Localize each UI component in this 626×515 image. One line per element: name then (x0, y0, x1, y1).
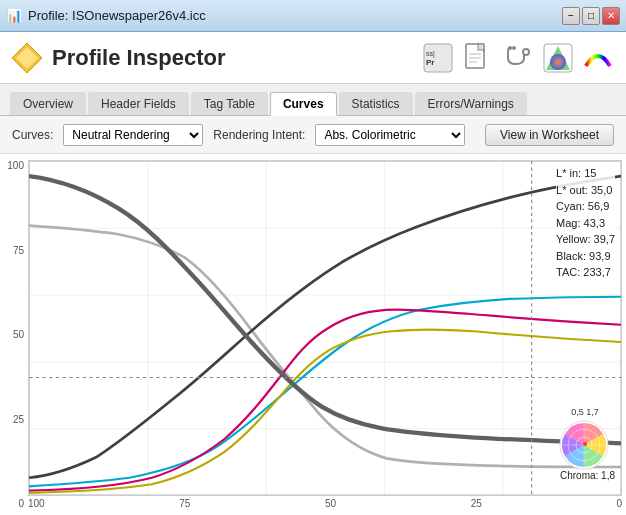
color-icon[interactable] (542, 42, 574, 74)
tab-tag-table[interactable]: Tag Table (191, 92, 268, 115)
x-label-100: 100 (28, 498, 45, 509)
svg-rect-16 (29, 161, 621, 495)
info-mag: Mag: 43,3 (556, 215, 615, 232)
info-tac: TAC: 233,7 (556, 264, 615, 281)
info-cyan: Cyan: 56,9 (556, 198, 615, 215)
y-axis: 100 75 50 25 0 (0, 160, 28, 509)
y-label-0: 0 (18, 498, 24, 509)
chart-wrapper: L* in: 15 L* out: 35,0 Cyan: 56,9 Mag: 4… (28, 160, 622, 509)
gamut-display: 0,5 1,7 (555, 407, 615, 467)
x-label-25: 25 (471, 498, 482, 509)
curves-label: Curves: (12, 128, 53, 142)
svg-text:Pr: Pr (426, 58, 434, 67)
maximize-button[interactable]: □ (582, 7, 600, 25)
svg-rect-6 (478, 44, 484, 50)
minimize-button[interactable]: − (562, 7, 580, 25)
svg-point-11 (508, 46, 512, 50)
app-logo-icon (12, 43, 42, 73)
stethoscope-icon[interactable] (502, 42, 534, 74)
svg-point-15 (550, 54, 566, 70)
intent-dropdown[interactable]: Abs. Colorimetric Rel. Colorimetric Perc… (315, 124, 465, 146)
tab-header-fields[interactable]: Header Fields (88, 92, 189, 115)
controls-bar: Curves: Neutral Rendering Perceptual Sat… (0, 116, 626, 154)
tab-overview[interactable]: Overview (10, 92, 86, 115)
chart-info: L* in: 15 L* out: 35,0 Cyan: 56,9 Mag: 4… (556, 165, 615, 281)
gamut-label: 0,5 1,7 (555, 407, 615, 417)
close-button[interactable]: ✕ (602, 7, 620, 25)
intent-label: Rendering Intent: (213, 128, 305, 142)
info-black: Black: 93,9 (556, 248, 615, 265)
info-yellow: Yellow: 39,7 (556, 231, 615, 248)
info-l-out: L* out: 35,0 (556, 182, 615, 199)
header-icons: ss| Pr (422, 42, 614, 74)
app-title: Profile Inspector (52, 45, 226, 71)
view-in-worksheet-button[interactable]: View in Worksheet (485, 124, 614, 146)
svg-point-25 (583, 442, 587, 446)
x-label-50: 50 (325, 498, 336, 509)
app-title-area: Profile Inspector (12, 43, 226, 73)
y-label-75: 75 (13, 245, 24, 256)
svg-point-12 (512, 46, 516, 50)
chart-area: 100 75 50 25 0 (0, 154, 626, 515)
tab-errors-warnings[interactable]: Errors/Warnings (415, 92, 527, 115)
title-bar-controls: − □ ✕ (562, 7, 620, 25)
tab-curves[interactable]: Curves (270, 92, 337, 116)
tabs-bar: Overview Header Fields Tag Table Curves … (0, 84, 626, 116)
title-bar: 📊 Profile: ISOnewspaper26v4.icc − □ ✕ (0, 0, 626, 32)
x-label-75: 75 (179, 498, 190, 509)
rainbow-icon[interactable] (582, 42, 614, 74)
title-bar-left: 📊 Profile: ISOnewspaper26v4.icc (6, 8, 206, 23)
info-l-in: L* in: 15 (556, 165, 615, 182)
gamut-svg (555, 419, 613, 471)
curves-dropdown[interactable]: Neutral Rendering Perceptual Saturation (63, 124, 203, 146)
y-label-100: 100 (7, 160, 24, 171)
y-label-25: 25 (13, 414, 24, 425)
svg-text:ss|: ss| (426, 50, 435, 58)
chroma-label: Chroma: 1,8 (560, 470, 615, 481)
x-label-0: 0 (616, 498, 622, 509)
y-label-50: 50 (13, 329, 24, 340)
tab-statistics[interactable]: Statistics (339, 92, 413, 115)
x-axis: 100 75 50 25 0 (28, 496, 622, 509)
curves-svg (29, 161, 621, 495)
app-header: Profile Inspector ss| Pr (0, 32, 626, 84)
window-title: Profile: ISOnewspaper26v4.icc (28, 8, 206, 23)
file-icon[interactable] (462, 42, 494, 74)
ssprofiler-icon[interactable]: ss| Pr (422, 42, 454, 74)
chart-canvas[interactable]: L* in: 15 L* out: 35,0 Cyan: 56,9 Mag: 4… (28, 160, 622, 496)
svg-point-10 (523, 49, 529, 55)
